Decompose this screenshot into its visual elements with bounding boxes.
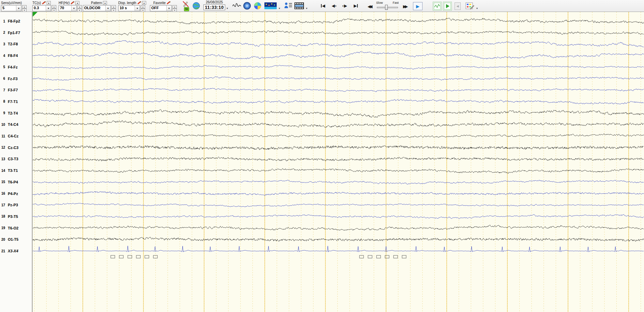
review-play-icon[interactable] bbox=[443, 2, 452, 11]
hf-spinner-down-icon[interactable]: ▼ bbox=[77, 9, 82, 12]
tc-edit-pencil-icon[interactable] bbox=[42, 1, 46, 5]
channel-row[interactable]: 13 C3-T3 bbox=[0, 157, 32, 161]
pattern-dropdown-arrow-icon[interactable]: ▾ bbox=[105, 5, 110, 11]
favorite-dropdown-arrow-icon[interactable]: ▾ bbox=[166, 5, 171, 11]
channel-number: 3 bbox=[0, 42, 5, 46]
analysis-more-arrow-icon[interactable]: ▾ bbox=[279, 7, 280, 10]
montage-more-arrow-icon[interactable]: ▾ bbox=[476, 7, 478, 10]
channel-row[interactable]: 21 X3-X4 bbox=[0, 249, 32, 253]
channel-row[interactable]: 10 T4-C4 bbox=[0, 122, 32, 127]
pattern-spinner-down-icon[interactable]: ▼ bbox=[111, 9, 116, 12]
time-display: 11:33:10 bbox=[203, 4, 225, 10]
play-button[interactable]: ▶ bbox=[413, 2, 423, 10]
favorite-group: Favorite OFF ▾ ▲ ▼ bbox=[150, 0, 180, 12]
pattern-select[interactable]: OLDCOR ▾ bbox=[83, 5, 111, 11]
hf-spinner[interactable]: ▲ ▼ bbox=[77, 5, 82, 11]
channel-row[interactable]: 3 T2-F8 bbox=[0, 42, 32, 46]
channel-label: C4-Cz bbox=[8, 134, 18, 138]
patient-list-icon[interactable] bbox=[284, 2, 293, 11]
disp-length-up-button[interactable]: ▲ bbox=[142, 1, 146, 5]
channel-row[interactable]: 6 Fz-F3 bbox=[0, 76, 32, 81]
fast-forward-button[interactable]: ▶▶ bbox=[400, 3, 409, 10]
hf-select[interactable]: 70 ▾ bbox=[59, 5, 77, 11]
disp-length-edit-pencil-icon[interactable] bbox=[137, 1, 141, 5]
step-forward-button[interactable]: ▶ bbox=[340, 2, 349, 10]
sens-select[interactable]: 5 ▾ bbox=[1, 5, 21, 11]
channel-label: P3-T5 bbox=[8, 214, 18, 219]
favorite-spinner[interactable]: ▲ ▼ bbox=[172, 5, 177, 11]
channel-row[interactable]: 11 C4-Cz bbox=[0, 134, 32, 138]
hf-up-button[interactable]: ▲ bbox=[75, 1, 79, 5]
channel-row[interactable]: 4 F8-F4 bbox=[0, 53, 32, 58]
brain-topography-icon[interactable] bbox=[243, 2, 251, 11]
rewind-button[interactable]: ◀◀ bbox=[365, 3, 373, 10]
favorite-spinner-up-icon[interactable]: ▲ bbox=[172, 5, 177, 9]
pattern-group: Pattern ▲ OLDCOR ▾ ▲ ▼ bbox=[83, 0, 117, 12]
channel-number: 14 bbox=[0, 169, 5, 173]
channel-label: O1-T5 bbox=[8, 237, 18, 241]
channel-label: F3-F7 bbox=[8, 88, 18, 92]
video-filmstrip-icon[interactable] bbox=[294, 2, 304, 11]
jump-to-start-button[interactable]: ◀ bbox=[319, 2, 327, 10]
channel-label: Fz-F3 bbox=[8, 77, 18, 81]
tc-spinner[interactable]: ▲ ▼ bbox=[52, 5, 56, 11]
disp-length-select[interactable]: 10 s ▾ bbox=[118, 5, 140, 11]
channel-row[interactable]: 2 Fp1-F7 bbox=[0, 30, 32, 35]
channel-row[interactable]: 20 O1-T5 bbox=[0, 237, 32, 242]
patient-more-arrow-icon[interactable]: ▾ bbox=[306, 7, 307, 10]
hf-value: 70 bbox=[59, 5, 71, 11]
step-back-button[interactable]: ◀ bbox=[329, 2, 338, 10]
favorite-select[interactable]: OFF ▾ bbox=[150, 5, 172, 11]
globe-icon[interactable] bbox=[192, 2, 200, 11]
speed-slider-thumb[interactable] bbox=[385, 5, 388, 10]
sens-dropdown-arrow-icon[interactable]: ▾ bbox=[16, 5, 21, 11]
channel-row[interactable]: 19 T6-O2 bbox=[0, 226, 32, 231]
color-map-pinwheel-icon[interactable] bbox=[254, 2, 261, 11]
eeg-traces-canvas[interactable] bbox=[33, 12, 644, 312]
channel-number: 13 bbox=[0, 157, 5, 161]
hf-spinner-up-icon[interactable]: ▲ bbox=[77, 5, 82, 9]
channel-row[interactable]: 15 T6-P4 bbox=[0, 180, 32, 184]
channel-number: 6 bbox=[0, 77, 5, 80]
channel-row[interactable]: 9 T2-T4 bbox=[0, 111, 32, 116]
favorite-spinner-down-icon[interactable]: ▼ bbox=[172, 9, 177, 12]
tc-select[interactable]: 0.3 ▾ bbox=[32, 5, 51, 11]
pattern-spinner[interactable]: ▲ ▼ bbox=[111, 5, 116, 11]
channel-number: 10 bbox=[0, 123, 5, 127]
channel-row[interactable]: 18 P3-T5 bbox=[0, 214, 32, 219]
channel-row[interactable]: 1 F8-Fp2 bbox=[0, 19, 32, 24]
channel-row[interactable]: 12 Cz-C3 bbox=[0, 145, 32, 150]
hf-edit-pencil-icon[interactable] bbox=[71, 1, 74, 5]
tc-up-button[interactable]: ▲ bbox=[47, 1, 51, 5]
channel-row[interactable]: 5 F4-Fz bbox=[0, 65, 32, 70]
tc-spinner-up-icon[interactable]: ▲ bbox=[52, 5, 56, 9]
disp-length-spinner-up-icon[interactable]: ▲ bbox=[141, 5, 145, 9]
tc-spinner-down-icon[interactable]: ▼ bbox=[52, 9, 56, 12]
disp-length-spinner-down-icon[interactable]: ▼ bbox=[141, 9, 145, 12]
speed-fast-label: Fast bbox=[393, 1, 399, 4]
previous-disabled-button[interactable]: ◀ bbox=[455, 2, 461, 10]
time-more-arrow-icon[interactable]: ▾ bbox=[227, 7, 228, 10]
disp-length-spinner[interactable]: ▲ ▼ bbox=[141, 5, 145, 11]
channel-row[interactable]: 16 P4-Pz bbox=[0, 191, 32, 196]
channel-row[interactable]: 17 Pz-P3 bbox=[0, 203, 32, 207]
channel-label: F4-Fz bbox=[8, 65, 18, 69]
channel-row[interactable]: 14 T3-T1 bbox=[0, 168, 32, 173]
hf-dropdown-arrow-icon[interactable]: ▾ bbox=[71, 5, 76, 11]
tc-dropdown-arrow-icon[interactable]: ▾ bbox=[46, 5, 51, 11]
channel-row[interactable]: 7 F3-F7 bbox=[0, 88, 32, 92]
spectrogram-icon[interactable] bbox=[264, 2, 277, 11]
pattern-up-button[interactable]: ▲ bbox=[103, 1, 107, 5]
jump-to-end-button[interactable]: ▶ bbox=[351, 2, 360, 10]
sens-spinner-down-icon[interactable]: ▼ bbox=[22, 9, 27, 12]
channel-row[interactable]: 8 F7-T1 bbox=[0, 99, 32, 104]
sens-spinner-up-icon[interactable]: ▲ bbox=[22, 5, 27, 9]
review-chart-icon[interactable] bbox=[433, 2, 442, 11]
notch-filter-badge[interactable]: 50 bbox=[184, 7, 189, 11]
waveform-icon[interactable] bbox=[232, 2, 241, 11]
pattern-spinner-up-icon[interactable]: ▲ bbox=[111, 5, 116, 9]
montage-settings-icon[interactable] bbox=[465, 2, 474, 11]
disp-length-dropdown-arrow-icon[interactable]: ▾ bbox=[135, 5, 140, 11]
favorite-edit-pencil-icon[interactable] bbox=[167, 1, 170, 5]
sens-spinner[interactable]: ▲ ▼ bbox=[22, 5, 27, 11]
